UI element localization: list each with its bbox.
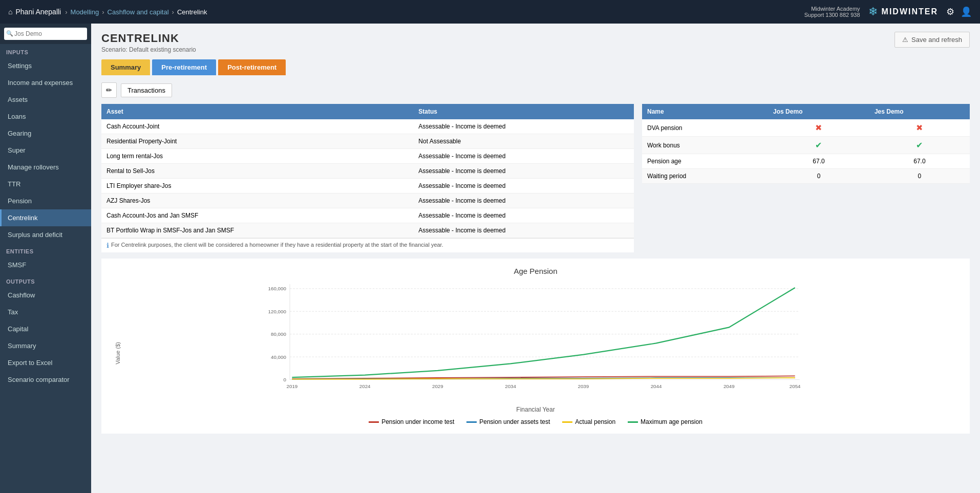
breadcrumb-modelling[interactable]: Modelling <box>71 8 99 16</box>
check-false-icon: ✖ <box>815 123 822 132</box>
asset-name: Rental to Sell-Jos <box>101 164 413 179</box>
legend-label-assets: Pension under assets test <box>479 418 550 425</box>
transactions-button[interactable]: Transactions <box>121 83 172 97</box>
sidebar-item-manage-rollovers[interactable]: Manage rollovers <box>0 159 91 176</box>
check-true-icon: ✔ <box>815 141 822 149</box>
sidebar-item-smsf[interactable]: SMSF <box>0 256 91 273</box>
svg-text:0: 0 <box>283 377 286 382</box>
sidebar: 🔍 INPUTS Settings Income and expenses As… <box>0 24 91 493</box>
nav-left: ⌂ Phani Anepalli › Modelling › Cashflow … <box>8 8 207 16</box>
check-false-icon: ✖ <box>916 123 923 132</box>
svg-text:2039: 2039 <box>578 383 589 389</box>
sidebar-item-scenario-comparator[interactable]: Scenario comparator <box>0 371 91 388</box>
info-icon: ℹ <box>106 242 109 249</box>
table-row: Long term rental-JosAssessable - Income … <box>101 149 634 164</box>
asset-name: Residential Property-Joint <box>101 134 413 149</box>
pension-jes-value: ✔ <box>869 137 970 154</box>
sidebar-item-centrelink[interactable]: Centrelink <box>0 209 91 226</box>
chart-x-label: Financial Year <box>110 406 962 413</box>
breadcrumb-cashflow[interactable]: Cashflow and capital <box>108 8 169 16</box>
table-row: AZJ Shares-JosAssessable - Income is dee… <box>101 194 634 208</box>
asset-status: Assessable - Income is deemed <box>413 223 634 238</box>
svg-text:2034: 2034 <box>505 383 516 389</box>
breadcrumb-current: Centrelink <box>177 8 207 16</box>
pension-jos-value: ✖ <box>768 119 869 137</box>
search-icon: 🔍 <box>6 30 13 37</box>
asset-table: Asset Status Cash Account-JointAssessabl… <box>101 104 634 238</box>
tab-summary[interactable]: Summary <box>101 59 150 75</box>
asset-status: Assessable - Income is deemed <box>413 179 634 194</box>
page-scenario: Scenario: Default existing scenario <box>101 46 970 53</box>
legend-income-test: Pension under income test <box>369 418 454 425</box>
sidebar-item-super[interactable]: Super <box>0 142 91 159</box>
breadcrumb-sep2: › <box>102 8 104 16</box>
sidebar-item-gearing[interactable]: Gearing <box>0 125 91 142</box>
chart-legend: Pension under income test Pension under … <box>110 418 962 425</box>
edit-button[interactable]: ✏ <box>101 82 117 98</box>
brand: ❄ midwinter <box>868 5 938 18</box>
sidebar-item-pension[interactable]: Pension <box>0 192 91 209</box>
sidebar-item-settings[interactable]: Settings <box>0 57 91 74</box>
sidebar-item-summary[interactable]: Summary <box>0 337 91 354</box>
entities-section-label: ENTITIES <box>0 243 91 256</box>
home-link[interactable]: ⌂ Phani Anepalli <box>8 8 61 16</box>
tool-bar: ✏ Transactions <box>101 82 970 98</box>
sidebar-item-tax[interactable]: Tax <box>0 304 91 320</box>
sidebar-item-income-expenses[interactable]: Income and expenses <box>0 74 91 91</box>
nav-right: Midwinter Academy Support 1300 882 938 ❄… <box>804 5 972 18</box>
pension-jos-header: Jos Demo <box>768 104 869 119</box>
sidebar-item-surplus-deficit[interactable]: Surplus and deficit <box>0 226 91 243</box>
breadcrumb: › Modelling › Cashflow and capital › Cen… <box>65 8 207 16</box>
tab-post-retirement[interactable]: Post-retirement <box>218 59 286 75</box>
svg-text:160,000: 160,000 <box>268 286 287 291</box>
pension-jos-value: ✔ <box>768 137 869 154</box>
sidebar-item-loans[interactable]: Loans <box>0 108 91 125</box>
nav-icons: ⚙ 👤 <box>946 6 972 17</box>
svg-text:80,000: 80,000 <box>271 331 286 337</box>
legend-label-income: Pension under income test <box>381 418 454 425</box>
info-note: ℹ For Centrelink purposes, the client wi… <box>101 238 634 252</box>
svg-text:2049: 2049 <box>723 383 735 389</box>
settings-icon[interactable]: ⚙ <box>946 6 954 17</box>
table-row: Work bonus✔✔ <box>642 137 970 154</box>
legend-label-actual: Actual pension <box>575 418 615 425</box>
save-refresh-button[interactable]: ⚠ Save and refresh <box>894 32 970 48</box>
user-icon[interactable]: 👤 <box>961 6 972 17</box>
sidebar-item-capital[interactable]: Capital <box>0 320 91 337</box>
svg-text:120,000: 120,000 <box>268 309 287 314</box>
legend-maximum: Maximum age pension <box>628 418 702 425</box>
tab-pre-retirement[interactable]: Pre-retirement <box>152 59 216 75</box>
sidebar-item-cashflow[interactable]: Cashflow <box>0 287 91 304</box>
table-row: Pension age67.067.0 <box>642 154 970 169</box>
asset-status: Assessable - Income is deemed <box>413 208 634 223</box>
pension-row-name: Work bonus <box>642 137 768 154</box>
pension-jes-value: 67.0 <box>869 154 970 169</box>
table-row: Cash Account-JointAssessable - Income is… <box>101 119 634 134</box>
asset-name: Long term rental-Jos <box>101 149 413 164</box>
sidebar-item-export-excel[interactable]: Export to Excel <box>0 354 91 371</box>
main-layout: 🔍 INPUTS Settings Income and expenses As… <box>0 24 980 493</box>
search-input[interactable] <box>4 28 87 40</box>
asset-table-wrap: Asset Status Cash Account-JointAssessabl… <box>101 104 634 252</box>
table-row: LTI Employer share-JosAssessable - Incom… <box>101 179 634 194</box>
table-row: Waiting period00 <box>642 169 970 184</box>
pension-name-header: Name <box>642 104 768 119</box>
page-title: CENTRELINK <box>101 32 970 45</box>
breadcrumb-sep: › <box>65 8 67 16</box>
user-name: Phani Anepalli <box>15 8 61 16</box>
sidebar-item-assets[interactable]: Assets <box>0 91 91 108</box>
svg-text:2054: 2054 <box>790 383 801 389</box>
outputs-section-label: OUTPUTS <box>0 273 91 287</box>
table-row: Cash Account-Jos and Jan SMSFAssessable … <box>101 208 634 223</box>
asset-status: Assessable - Income is deemed <box>413 194 634 208</box>
info-text: For Centrelink purposes, the client will… <box>111 242 443 248</box>
asset-name: LTI Employer share-Jos <box>101 179 413 194</box>
asset-status: Assessable - Income is deemed <box>413 164 634 179</box>
sidebar-item-ttr[interactable]: TTR <box>0 176 91 192</box>
chart-y-label: Value ($) <box>113 342 121 365</box>
header-actions: ⚠ Save and refresh <box>894 32 970 48</box>
legend-dot-income <box>369 421 379 423</box>
tab-bar: Summary Pre-retirement Post-retirement <box>101 59 970 75</box>
pension-jos-value: 0 <box>768 169 869 184</box>
check-true-icon: ✔ <box>916 141 923 149</box>
